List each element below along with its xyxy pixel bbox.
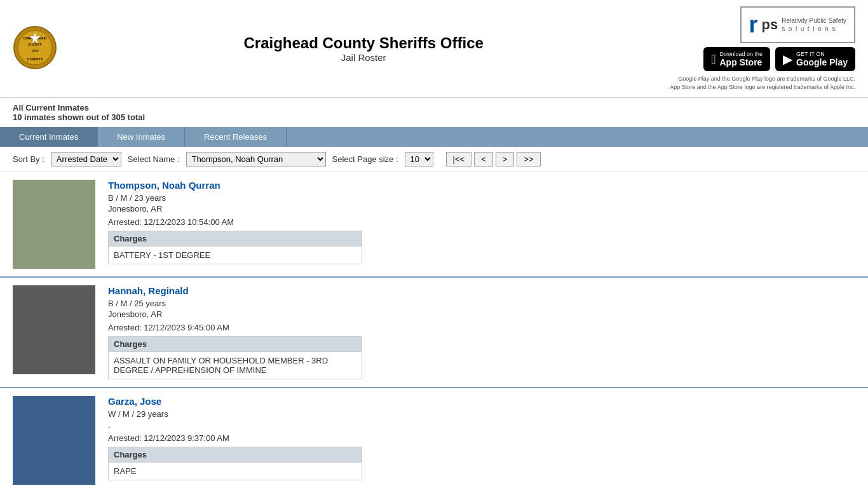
sort-select[interactable]: Arrested Date (51, 152, 121, 166)
inmate-arrested-date: Arrested: 12/12/2023 10:54:00 AM (108, 217, 855, 227)
page-title: Craighead County Sheriffs Office (243, 34, 483, 52)
inmate-photo (13, 285, 95, 374)
name-select[interactable]: Thompson, Noah Qurran (186, 152, 326, 166)
page-subtitle: Jail Roster (243, 52, 483, 63)
charges-value: BATTERY - 1ST DEGREE (109, 247, 362, 264)
svg-text:1859: 1859 (31, 49, 38, 53)
rps-r-letter: r (749, 11, 758, 38)
rps-full-name: Relativity Public Safetys o l u t i o n … (782, 17, 846, 33)
page-size-select[interactable]: 10 (405, 152, 433, 166)
charges-table: ChargesASSAULT ON FAMILY OR HOUSEHOLD ME… (108, 336, 362, 379)
inmate-arrested-date: Arrested: 12/12/2023 9:45:00 AM (108, 323, 855, 332)
inmate-photo (13, 180, 95, 269)
inmate-info: Garza, JoseW / M / 29 years,Arrested: 12… (108, 396, 855, 480)
charges-header: Charges (109, 337, 362, 352)
inmate-row: Garza, JoseW / M / 29 years,Arrested: 12… (0, 388, 868, 488)
inmate-location: , (108, 420, 855, 430)
pagination-next[interactable]: > (496, 152, 515, 166)
inmate-race-gender-age: B / M / 23 years (108, 193, 855, 203)
inmate-name[interactable]: Garza, Jose (108, 396, 855, 407)
name-label: Select Name : (128, 154, 180, 164)
sheriff-badge: CRAIGHEAD SHERIFF 1859 COUNTY (13, 25, 57, 72)
inmate-location: Jonesboro, AR (108, 309, 855, 319)
tab-current-inmates[interactable]: Current Inmates (0, 127, 98, 147)
inmate-name[interactable]: Thompson, Noah Qurran (108, 180, 855, 191)
tab-recent-releases[interactable]: Recent Releases (185, 127, 287, 147)
inmates-count: 10 inmates shown out of 305 total (13, 112, 855, 122)
rps-ps-letters: ps (762, 17, 778, 33)
controls-bar: Sort By : Arrested Date Select Name : Th… (0, 147, 868, 172)
pagination-last[interactable]: >> (517, 152, 540, 166)
google-play-button[interactable]: ▶ GET IT ON Google Play (775, 47, 855, 71)
page-size-label: Select Page size : (332, 154, 398, 164)
charges-header: Charges (109, 231, 362, 247)
page-header: CRAIGHEAD SHERIFF 1859 COUNTY Craighead … (0, 0, 868, 98)
charges-header: Charges (109, 447, 362, 463)
header-right-panel: r ps Relativity Public Safetys o l u t i… (670, 6, 855, 91)
app-store-button[interactable]:  Download on the App Store (703, 47, 770, 71)
pagination-first[interactable]: |<< (446, 152, 472, 166)
charges-table: ChargesRAPE (108, 447, 362, 480)
charges-table: ChargesBATTERY - 1ST DEGREE (108, 231, 362, 264)
rps-logo: r ps Relativity Public Safetys o l u t i… (740, 6, 855, 43)
app-store-text: Download on the App Store (720, 51, 763, 67)
inmate-row: Thompson, Noah QurranB / M / 23 yearsJon… (0, 172, 868, 278)
inmate-row: Hannah, ReginaldB / M / 25 yearsJonesbor… (0, 278, 868, 388)
charges-value: RAPE (109, 463, 362, 480)
sub-header: All Current Inmates 10 inmates shown out… (0, 98, 868, 127)
google-play-text: GET IT ON Google Play (796, 51, 848, 67)
inmate-race-gender-age: B / M / 25 years (108, 299, 855, 308)
charges-value: ASSAULT ON FAMILY OR HOUSEHOLD MEMBER - … (109, 352, 362, 379)
svg-text:SHERIFF: SHERIFF (28, 43, 41, 46)
apple-icon:  (711, 52, 715, 67)
inmate-photo (13, 396, 95, 485)
nav-tabs: Current Inmates New Inmates Recent Relea… (0, 127, 868, 147)
inmate-arrested-date: Arrested: 12/12/2023 9:37:00 AM (108, 433, 855, 443)
inmate-list: Thompson, Noah QurranB / M / 23 yearsJon… (0, 172, 868, 488)
inmate-race-gender-age: W / M / 29 years (108, 409, 855, 419)
header-title-block: Craighead County Sheriffs Office Jail Ro… (243, 34, 483, 63)
inmate-info: Hannah, ReginaldB / M / 25 yearsJonesbor… (108, 285, 855, 379)
pagination-prev[interactable]: < (474, 152, 493, 166)
inmates-label: All Current Inmates (13, 103, 855, 112)
svg-text:COUNTY: COUNTY (27, 57, 43, 61)
app-download-buttons:  Download on the App Store ▶ GET IT ON … (703, 47, 855, 71)
inmate-info: Thompson, Noah QurranB / M / 23 yearsJon… (108, 180, 855, 264)
inmate-name[interactable]: Hannah, Reginald (108, 285, 855, 296)
app-disclaimer: Google Play and the Google Play logo are… (670, 75, 855, 91)
inmate-location: Jonesboro, AR (108, 204, 855, 214)
google-play-icon: ▶ (783, 51, 792, 67)
sort-label: Sort By : (13, 154, 44, 164)
tab-new-inmates[interactable]: New Inmates (98, 127, 185, 147)
pagination-controls: |<< < > >> (446, 152, 541, 166)
